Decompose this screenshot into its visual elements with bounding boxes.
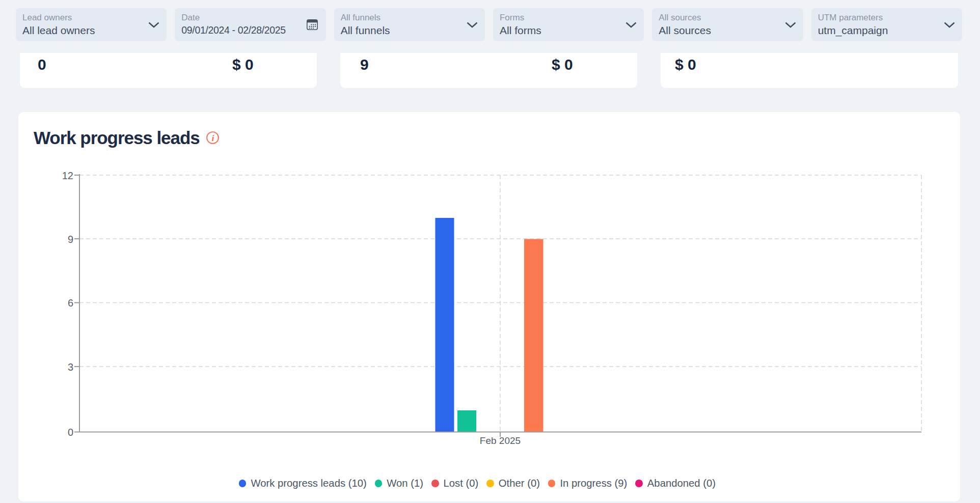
svg-text:12: 12: [62, 170, 73, 181]
svg-text:3: 3: [68, 361, 73, 373]
svg-text:9: 9: [68, 234, 73, 245]
svg-text:Feb 2025: Feb 2025: [480, 435, 521, 446]
svg-text:0: 0: [68, 427, 73, 438]
svg-text:6: 6: [68, 297, 73, 309]
